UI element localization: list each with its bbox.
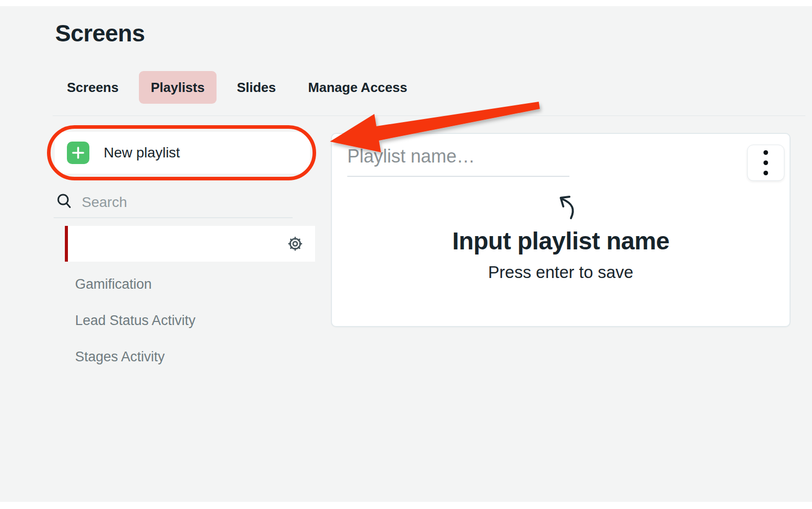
tab-playlists[interactable]: Playlists bbox=[139, 71, 217, 104]
new-playlist-button[interactable]: New playlist bbox=[55, 132, 310, 174]
search-row bbox=[55, 189, 293, 216]
search-divider bbox=[54, 217, 293, 218]
tab-manage-access[interactable]: Manage Access bbox=[296, 71, 419, 104]
playlist-editor-card: Input playlist name Press enter to save bbox=[331, 133, 791, 327]
page-title: Screens bbox=[55, 19, 145, 47]
empty-state-subtitle: Press enter to save bbox=[332, 263, 790, 282]
playlist-item-gamification[interactable]: Gamification bbox=[75, 273, 295, 295]
new-playlist-label: New playlist bbox=[104, 145, 180, 161]
kebab-menu-icon bbox=[763, 150, 768, 155]
screens-page: Screens Screens Playlists Slides Manage … bbox=[0, 6, 812, 502]
gear-icon[interactable] bbox=[286, 235, 304, 252]
playlist-item-stages-activity[interactable]: Stages Activity bbox=[75, 345, 295, 368]
plus-icon bbox=[67, 142, 89, 164]
empty-state-title: Input playlist name bbox=[332, 227, 790, 255]
selected-playlist-row[interactable] bbox=[65, 226, 315, 262]
playlist-item-lead-status-activity[interactable]: Lead Status Activity bbox=[75, 309, 295, 332]
tab-screens[interactable]: Screens bbox=[55, 71, 130, 104]
playlist-name-input[interactable] bbox=[347, 144, 569, 169]
kebab-menu-button[interactable] bbox=[747, 145, 784, 181]
search-input[interactable] bbox=[82, 194, 276, 211]
tab-bar: Screens Playlists Slides Manage Access bbox=[55, 71, 419, 104]
curved-arrow-icon bbox=[554, 190, 582, 220]
tabs-divider bbox=[53, 115, 805, 116]
search-icon bbox=[55, 192, 74, 213]
tab-slides[interactable]: Slides bbox=[225, 71, 288, 104]
playlist-name-underline bbox=[347, 176, 569, 177]
